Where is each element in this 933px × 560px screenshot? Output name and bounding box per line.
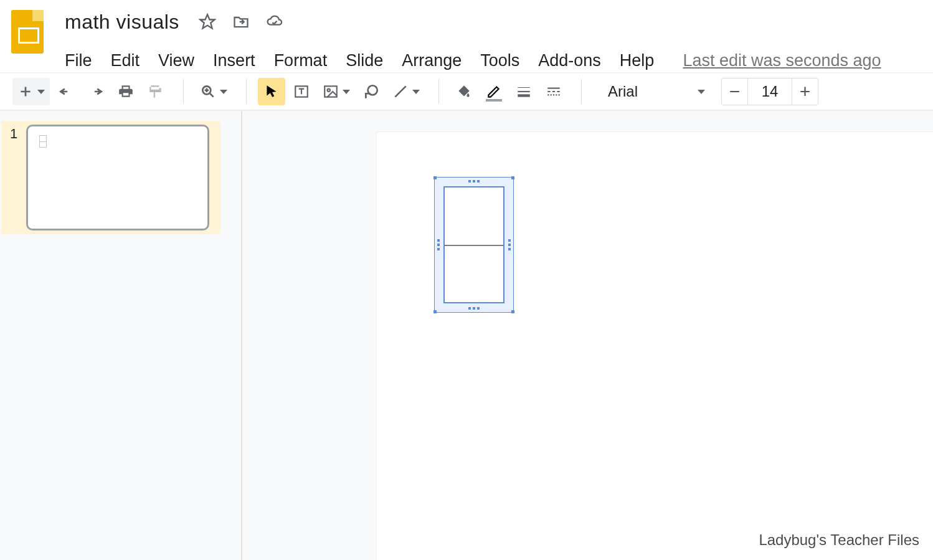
table-cells[interactable] bbox=[443, 186, 504, 303]
text-box-button[interactable] bbox=[288, 78, 315, 105]
menu-help[interactable]: Help bbox=[620, 51, 655, 70]
redo-button[interactable] bbox=[82, 78, 110, 105]
menu-insert[interactable]: Insert bbox=[213, 51, 255, 70]
border-dash-button[interactable] bbox=[540, 78, 567, 105]
insert-image-button[interactable] bbox=[318, 78, 355, 105]
menu-tools[interactable]: Tools bbox=[480, 51, 519, 70]
insert-line-button[interactable] bbox=[387, 78, 425, 105]
zoom-button[interactable] bbox=[195, 78, 232, 105]
font-size-value[interactable]: 14 bbox=[748, 83, 792, 100]
print-button[interactable] bbox=[112, 78, 140, 105]
slide-thumbnail[interactable]: 1 bbox=[1, 121, 220, 234]
menu-file[interactable]: File bbox=[65, 51, 92, 70]
new-slide-button[interactable] bbox=[12, 78, 50, 105]
slides-logo bbox=[11, 10, 44, 54]
thumb-table-icon bbox=[39, 135, 47, 148]
menu-view[interactable]: View bbox=[158, 51, 194, 70]
chevron-down-icon bbox=[220, 90, 227, 94]
last-edit-link[interactable]: Last edit was seconds ago bbox=[683, 51, 881, 70]
svg-marker-0 bbox=[200, 14, 214, 28]
row-handle-bottom[interactable] bbox=[468, 307, 480, 310]
divider bbox=[246, 79, 247, 104]
paint-format-button[interactable] bbox=[142, 78, 169, 105]
chevron-down-icon bbox=[343, 90, 350, 94]
font-size-increase-button[interactable]: + bbox=[792, 78, 818, 105]
menu-slide[interactable]: Slide bbox=[346, 51, 383, 70]
resize-handle-br[interactable] bbox=[511, 310, 514, 313]
resize-handle-tl[interactable] bbox=[433, 176, 437, 179]
menu-edit[interactable]: Edit bbox=[111, 51, 140, 70]
insert-shape-button[interactable] bbox=[358, 78, 385, 105]
font-family-label: Arial bbox=[608, 83, 638, 100]
font-family-select[interactable]: Arial bbox=[600, 78, 713, 105]
move-to-folder-icon[interactable] bbox=[230, 11, 252, 32]
title-area: math visuals File Edit View Insert Forma… bbox=[65, 6, 881, 72]
divider bbox=[183, 79, 184, 104]
font-size-decrease-button[interactable]: − bbox=[722, 78, 748, 105]
svg-rect-3 bbox=[324, 86, 337, 97]
divider bbox=[581, 79, 582, 104]
document-title[interactable]: math visuals bbox=[65, 11, 179, 34]
cloud-saved-icon[interactable] bbox=[264, 11, 285, 32]
fill-color-button[interactable] bbox=[450, 78, 478, 105]
slide-canvas[interactable] bbox=[377, 132, 933, 560]
svg-point-4 bbox=[328, 89, 330, 92]
film-strip[interactable]: 1 bbox=[0, 111, 242, 560]
chevron-down-icon bbox=[37, 90, 45, 94]
menu-format[interactable]: Format bbox=[274, 51, 328, 70]
slide-index: 1 bbox=[10, 126, 17, 142]
slide-thumb-canvas[interactable] bbox=[26, 125, 209, 230]
resize-handle-bl[interactable] bbox=[433, 310, 437, 313]
select-tool-button[interactable] bbox=[258, 78, 285, 105]
canvas-area[interactable]: Ladybug's Teacher Files bbox=[242, 111, 933, 560]
col-handle-left[interactable] bbox=[437, 239, 440, 250]
font-size-group: − 14 + bbox=[721, 78, 818, 105]
menu-arrange[interactable]: Arrange bbox=[402, 51, 462, 70]
workspace: 1 Ladybug's Teacher Files bbox=[0, 111, 933, 560]
selected-table-object[interactable] bbox=[434, 177, 514, 313]
watermark: Ladybug's Teacher Files bbox=[759, 531, 919, 549]
menu-addons[interactable]: Add-ons bbox=[538, 51, 601, 70]
header: math visuals File Edit View Insert Forma… bbox=[0, 0, 933, 74]
row-handle-top[interactable] bbox=[468, 180, 480, 183]
undo-button[interactable] bbox=[52, 78, 80, 105]
star-icon[interactable] bbox=[197, 11, 218, 32]
chevron-down-icon bbox=[412, 90, 420, 94]
title-row: math visuals bbox=[65, 6, 881, 37]
border-weight-button[interactable] bbox=[510, 78, 538, 105]
col-handle-right[interactable] bbox=[508, 239, 511, 250]
resize-handle-tr[interactable] bbox=[511, 176, 514, 179]
menu-bar: File Edit View Insert Format Slide Arran… bbox=[65, 49, 881, 72]
chevron-down-icon bbox=[698, 90, 705, 94]
border-color-button[interactable] bbox=[480, 78, 508, 105]
divider bbox=[438, 79, 439, 104]
toolbar: Arial − 14 + bbox=[0, 74, 933, 111]
